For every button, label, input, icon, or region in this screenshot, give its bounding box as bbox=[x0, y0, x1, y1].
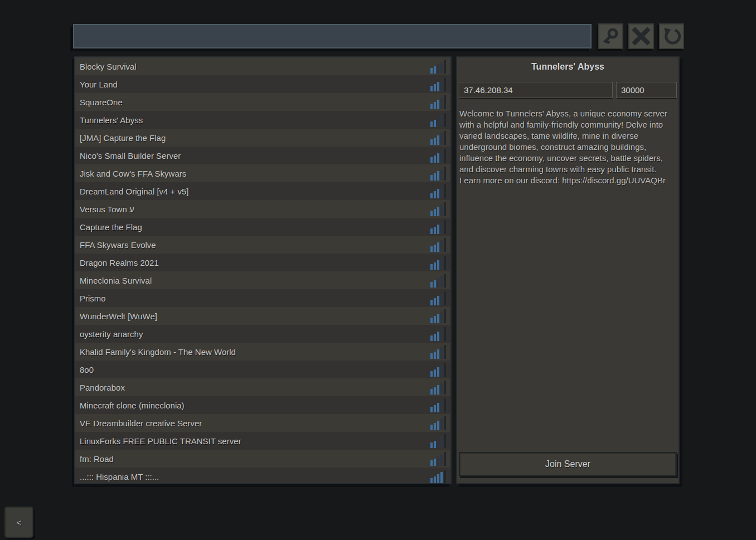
server-name: oysterity anarchy bbox=[80, 329, 430, 339]
server-name: Nico's Small Builder Server bbox=[80, 151, 430, 160]
server-name: Tunnelers' Abyss bbox=[80, 115, 430, 125]
join-server-button[interactable]: Join Server bbox=[459, 452, 677, 476]
server-title: Tunnelers' Abyss bbox=[457, 62, 679, 72]
server-name: DreamLand Original [v4 + v5] bbox=[80, 187, 430, 196]
ping-icon bbox=[430, 344, 446, 359]
ping-icon bbox=[430, 380, 446, 395]
server-name: FFA Skywars Evolve bbox=[80, 240, 430, 250]
server-name: 8o0 bbox=[80, 365, 430, 374]
ping-icon bbox=[430, 469, 446, 484]
server-row[interactable]: Dragon Realms 2021 bbox=[75, 254, 450, 271]
ping-icon bbox=[430, 202, 446, 216]
server-name: VE Dreambuilder creative Server bbox=[80, 419, 430, 428]
server-row[interactable]: 8o0 bbox=[75, 361, 450, 378]
ping-icon bbox=[430, 220, 446, 234]
ping-icon bbox=[430, 95, 446, 109]
ping-icon bbox=[430, 451, 446, 466]
ping-icon bbox=[430, 166, 446, 181]
ping-icon bbox=[430, 113, 446, 127]
server-details-panel: Tunnelers' Abyss Welcome to Tunnelers' A… bbox=[456, 56, 680, 484]
server-row[interactable]: Capture the Flag bbox=[75, 218, 450, 236]
server-name: SquareOne bbox=[80, 98, 430, 107]
server-row[interactable]: SquareOne bbox=[75, 93, 450, 111]
ping-icon bbox=[430, 77, 446, 91]
server-row[interactable]: Versus Town ע bbox=[75, 200, 450, 218]
server-name: Prismo bbox=[80, 294, 430, 303]
address-field[interactable] bbox=[459, 82, 613, 98]
ping-icon bbox=[430, 255, 446, 270]
server-row[interactable]: WunderWelt [WuWe] bbox=[75, 307, 450, 325]
ping-icon bbox=[430, 416, 446, 430]
server-row[interactable]: ...::: Hispania MT :::... bbox=[75, 468, 450, 484]
ping-icon bbox=[430, 434, 446, 448]
server-name: ...::: Hispania MT :::... bbox=[80, 472, 430, 481]
server-row[interactable]: VE Dreambuilder creative Server bbox=[75, 414, 450, 432]
server-name: LinuxForks FREE PUBLIC TRANSIT server bbox=[80, 436, 430, 446]
refresh-button[interactable] bbox=[659, 23, 684, 49]
server-name: Mineclonia Survival bbox=[80, 276, 430, 285]
server-name: WunderWelt [WuWe] bbox=[80, 312, 430, 321]
server-name: Minecraft clone (mineclonia) bbox=[80, 401, 430, 410]
server-row[interactable]: Khalid Family's Kingdom - The New World bbox=[75, 343, 450, 361]
server-list[interactable]: Blocky SurvivalYour LandSquareOneTunnele… bbox=[74, 56, 452, 484]
ping-icon bbox=[430, 273, 446, 288]
join-server-label: Join Server bbox=[545, 459, 590, 469]
ping-icon bbox=[430, 398, 446, 412]
server-name: fm: Road bbox=[80, 454, 430, 464]
server-row[interactable]: Blocky Survival bbox=[75, 57, 450, 75]
server-row[interactable]: oysterity anarchy bbox=[75, 325, 450, 343]
back-button-label: < bbox=[17, 518, 22, 527]
ping-icon bbox=[430, 59, 446, 74]
server-row[interactable]: Jisk and Cow's FFA Skywars bbox=[75, 164, 450, 182]
server-name: Pandorabox bbox=[80, 383, 430, 392]
server-row[interactable]: FFA Skywars Evolve bbox=[75, 236, 450, 254]
server-row[interactable]: LinuxForks FREE PUBLIC TRANSIT server bbox=[75, 432, 450, 450]
server-row[interactable]: fm: Road bbox=[75, 450, 450, 468]
ping-icon bbox=[430, 291, 446, 305]
ping-icon bbox=[430, 130, 446, 145]
server-name: Blocky Survival bbox=[80, 62, 430, 71]
server-name: Capture the Flag bbox=[80, 222, 430, 232]
server-row[interactable]: Mineclonia Survival bbox=[75, 271, 450, 289]
server-name: [JMA] Capture the Flag bbox=[80, 133, 430, 143]
server-name: Khalid Family's Kingdom - The New World bbox=[80, 347, 430, 357]
server-row[interactable]: Tunnelers' Abyss bbox=[75, 111, 450, 129]
port-field[interactable] bbox=[616, 82, 677, 98]
ping-icon bbox=[430, 237, 446, 252]
server-row[interactable]: [JMA] Capture the Flag bbox=[75, 129, 450, 147]
search-button[interactable] bbox=[598, 23, 623, 49]
ping-icon bbox=[430, 309, 446, 323]
ping-icon bbox=[430, 184, 446, 198]
server-row[interactable]: DreamLand Original [v4 + v5] bbox=[75, 182, 450, 200]
search-input[interactable] bbox=[73, 24, 592, 48]
ping-icon bbox=[430, 327, 446, 341]
server-description: Welcome to Tunnelers' Abyss, a unique ec… bbox=[459, 108, 676, 186]
clear-button[interactable] bbox=[628, 23, 654, 49]
server-name: Dragon Realms 2021 bbox=[80, 258, 430, 267]
server-row[interactable]: Pandorabox bbox=[75, 378, 450, 396]
server-name: Your Land bbox=[80, 80, 430, 89]
server-row[interactable]: Nico's Small Builder Server bbox=[75, 147, 450, 164]
server-name: Jisk and Cow's FFA Skywars bbox=[80, 169, 430, 178]
ping-icon bbox=[430, 362, 446, 377]
server-row[interactable]: Your Land bbox=[75, 75, 450, 93]
search-icon bbox=[601, 26, 621, 46]
server-row[interactable]: Prismo bbox=[75, 289, 450, 307]
server-name: Versus Town ע bbox=[80, 205, 430, 214]
back-button[interactable]: < bbox=[4, 507, 33, 538]
server-row[interactable]: Minecraft clone (mineclonia) bbox=[75, 396, 450, 414]
ping-icon bbox=[430, 148, 446, 163]
clear-icon bbox=[631, 26, 651, 46]
refresh-icon bbox=[662, 26, 682, 46]
